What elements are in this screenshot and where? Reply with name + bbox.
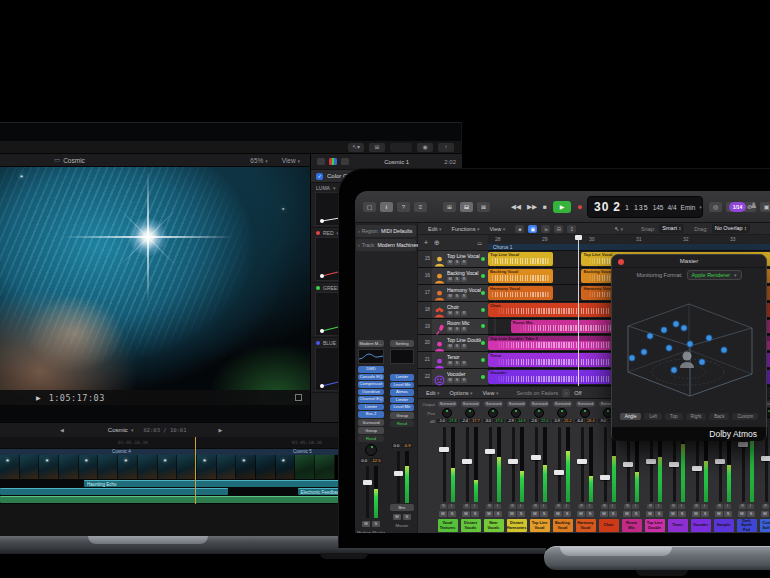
expand-icon[interactable] — [295, 394, 302, 401]
solo-button[interactable]: S — [540, 511, 548, 517]
rec-button[interactable]: R — [647, 504, 654, 509]
track-zoom-button[interactable]: ▭ — [477, 240, 482, 246]
solo-button[interactable]: S — [448, 511, 456, 517]
mute-button[interactable]: M — [439, 511, 447, 517]
speaker-object-dot[interactable] — [641, 349, 647, 355]
mute-button[interactable]: M — [692, 511, 700, 517]
mute-button[interactable]: M — [362, 521, 370, 527]
previous-project-icon[interactable]: ◀ — [60, 427, 64, 433]
rec-button[interactable]: R — [624, 504, 631, 509]
automation-mode-button[interactable]: Read — [390, 420, 414, 427]
speaker-object-dot[interactable] — [647, 333, 653, 339]
track-inspector-row[interactable]: ›Track: Modern Machines — [356, 239, 416, 251]
mute-button[interactable]: M — [485, 511, 493, 517]
audio-fx-slot[interactable]: Level Mtr — [390, 382, 414, 389]
filmstrip-frame[interactable]: * — [276, 455, 296, 479]
channel-fader[interactable] — [462, 427, 479, 502]
midi-audio-region[interactable]: Harmony Vocal — [488, 286, 553, 300]
mute-button[interactable]: M — [715, 511, 723, 517]
track-header-22[interactable]: 22VocoderMSR — [418, 369, 488, 386]
filmstrip-frame[interactable] — [59, 455, 79, 479]
solo-button[interactable]: S — [454, 294, 460, 299]
midi-audio-region[interactable]: Top Line Vocal — [488, 252, 553, 266]
pan-knob[interactable] — [488, 408, 498, 418]
filmstrip-frame[interactable] — [295, 455, 315, 479]
channel-setting-button[interactable]: Modern M… — [358, 340, 384, 347]
record-enable-button[interactable]: R — [461, 311, 467, 316]
input-button[interactable]: I — [448, 504, 455, 509]
lcd-display[interactable]: 30 2 1 135 145 4/4 Emin ▾ — [587, 196, 703, 218]
flex-icon[interactable]: ⊟ — [554, 225, 563, 233]
fader-cap[interactable] — [761, 456, 770, 461]
instrument-slot[interactable]: DMD — [358, 366, 384, 373]
speaker-object-dot[interactable] — [687, 341, 693, 347]
input-button[interactable]: I — [471, 504, 478, 509]
audio-fx-slot[interactable]: Limiter — [390, 374, 414, 381]
record-enable-button[interactable]: R — [461, 327, 467, 332]
track-header-16[interactable]: 16Backing VocalMSR — [418, 268, 488, 285]
audio-fx-slot[interactable]: Compressor — [358, 381, 384, 388]
video-inspector-icon[interactable] — [317, 158, 325, 165]
channel-name-label[interactable]: Sample — [714, 519, 734, 532]
viewer-zoom-menu[interactable]: 65% ▾ — [250, 157, 267, 164]
filmstrip-frame[interactable] — [138, 455, 158, 479]
fader-cap[interactable] — [394, 471, 403, 476]
rec-button[interactable]: R — [601, 504, 608, 509]
channel-name-label[interactable]: Distant Vocals — [461, 519, 481, 532]
close-icon[interactable] — [618, 259, 624, 265]
fader-cap[interactable] — [531, 455, 541, 460]
forward-button[interactable]: ▶▶ — [527, 203, 537, 211]
fader-cap[interactable] — [738, 442, 748, 447]
fader-cap[interactable] — [669, 462, 679, 467]
channel-name-label[interactable]: Choir — [599, 519, 619, 532]
record-enable-button[interactable]: R — [461, 361, 467, 366]
record-enable-button[interactable]: R — [461, 378, 467, 383]
logic-playhead[interactable] — [578, 235, 579, 386]
speaker-object-dot[interactable] — [629, 355, 635, 361]
eq-thumbnail[interactable] — [358, 349, 384, 364]
mixer-channel-strip[interactable]: Surround-5.9-25.2RIMSBacking Vocal — [552, 399, 573, 533]
channel-name-label[interactable]: Top Line Vocal — [530, 519, 550, 532]
input-button[interactable]: I — [655, 504, 662, 509]
bounce-button[interactable]: Bnc — [390, 504, 414, 511]
pan-knob[interactable] — [511, 408, 521, 418]
channel-name-label[interactable]: Top Line Double — [645, 519, 665, 532]
mixer-icon[interactable]: ⊞ — [443, 202, 456, 212]
input-button[interactable]: I — [517, 504, 524, 509]
fader-cap[interactable] — [715, 459, 725, 464]
solo-button[interactable]: S — [655, 511, 663, 517]
audio-fx-slot[interactable]: Channel EQ — [358, 396, 384, 403]
viewer-view-menu[interactable]: View ▾ — [282, 157, 300, 164]
solo-button[interactable]: S — [471, 511, 479, 517]
surround-button[interactable]: Surround — [358, 419, 384, 426]
group-slot[interactable]: Group — [390, 412, 414, 419]
filmstrip-frame[interactable] — [177, 455, 197, 479]
rec-button[interactable]: R — [509, 504, 516, 509]
mute-button[interactable]: M — [447, 361, 453, 366]
editors-icon[interactable]: ⊟ — [460, 202, 473, 212]
input-button[interactable]: I — [563, 504, 570, 509]
output-button[interactable]: Surround — [530, 401, 549, 407]
track-header-20[interactable]: 20Top Line DoubleMSR — [418, 335, 488, 352]
solo-button[interactable]: S — [454, 260, 460, 265]
atmos-tab-top[interactable]: Top — [665, 413, 682, 420]
fader-cap[interactable] — [646, 459, 656, 464]
output-button[interactable]: Surround — [507, 401, 526, 407]
solo-button[interactable]: S — [563, 511, 571, 517]
rec-button[interactable]: R — [532, 504, 539, 509]
channel-name-label[interactable]: Harmony Vocal — [576, 519, 596, 532]
channel-name-label[interactable]: Custom Soft Pia — [760, 519, 770, 532]
record-button[interactable]: ● — [577, 202, 582, 212]
pan-knob[interactable] — [580, 408, 590, 418]
output-button[interactable]: Surround — [484, 401, 503, 407]
rec-button[interactable]: R — [578, 504, 585, 509]
filmstrip-frame[interactable] — [98, 455, 118, 479]
stop-button[interactable]: ■ — [543, 203, 547, 210]
filmstrip-frame[interactable]: * — [39, 455, 59, 479]
snap-menu[interactable]: Smart ↕ — [659, 224, 684, 233]
midi-view-icon[interactable]: ▣ — [528, 225, 537, 233]
filmstrip-frame[interactable] — [256, 455, 276, 479]
output-button[interactable]: Surround — [461, 401, 480, 407]
solo-button[interactable]: S — [678, 511, 686, 517]
solo-button[interactable]: S — [454, 361, 460, 366]
